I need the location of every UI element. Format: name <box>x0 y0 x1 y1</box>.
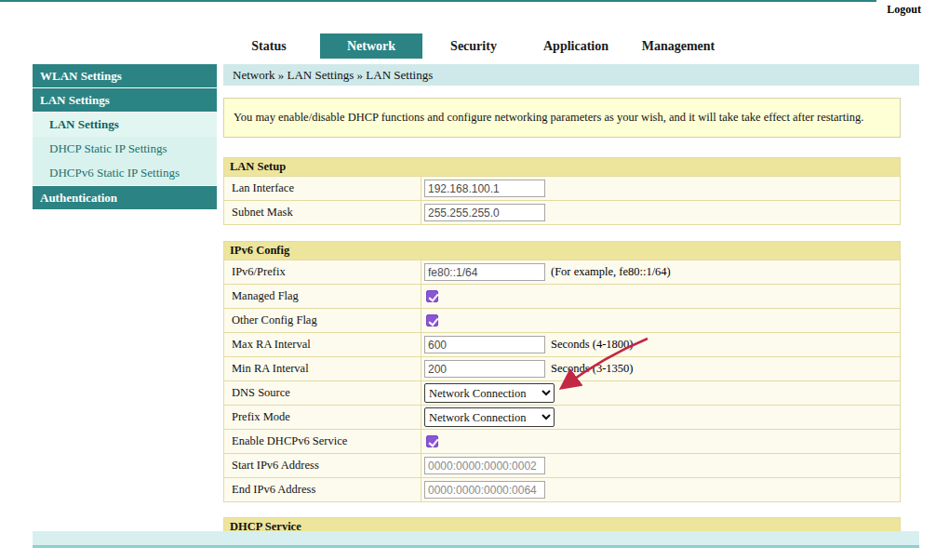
table-row: Managed Flag <box>224 284 900 308</box>
main-nav-tabs: Status Network Security Application Mana… <box>218 33 729 59</box>
subnet-mask-input[interactable] <box>424 204 545 221</box>
tab-management[interactable]: Management <box>627 33 729 59</box>
ipv6-prefix-label: IPv6/Prefix <box>224 260 421 284</box>
lan-interface-label: Lan Interface <box>224 177 421 200</box>
prefix-mode-label: Prefix Mode <box>224 406 421 429</box>
min-ra-interval-note: Seconds (3-1350) <box>551 362 634 376</box>
ipv6-config-section: IPv6 Config IPv6/Prefix (For example, fe… <box>223 241 901 502</box>
lan-setup-section-title: LAN Setup <box>224 158 900 176</box>
enable-dhcpv6-label: Enable DHCPv6 Service <box>224 430 421 453</box>
tab-network[interactable]: Network <box>320 33 422 59</box>
sidebar-item-lan-settings[interactable]: LAN Settings <box>33 113 217 137</box>
table-row: Prefix Mode Network Connection <box>224 405 900 429</box>
main-content: Network » LAN Settings » LAN Settings Yo… <box>223 64 919 536</box>
tab-application[interactable]: Application <box>525 33 627 59</box>
table-row: IPv6/Prefix (For example, fe80::1/64) <box>224 260 900 284</box>
prefix-mode-select[interactable]: Network Connection <box>424 407 555 427</box>
other-config-flag-checkbox[interactable] <box>426 314 438 327</box>
min-ra-interval-label: Min RA Interval <box>224 357 421 380</box>
sidebar: WLAN Settings LAN Settings LAN Settings … <box>33 64 217 210</box>
sidebar-item-dhcp-static-ip-settings[interactable]: DHCP Static IP Settings <box>33 137 217 161</box>
tab-security[interactable]: Security <box>422 33 525 59</box>
start-ipv6-address-input[interactable] <box>424 457 545 474</box>
managed-flag-label: Managed Flag <box>224 285 421 308</box>
dns-source-label: DNS Source <box>224 381 421 405</box>
ipv6-prefix-input[interactable] <box>424 263 545 281</box>
sidebar-item-dhcpv6-static-ip-settings[interactable]: DHCPv6 Static IP Settings <box>33 161 217 185</box>
table-row: Start IPv6 Address <box>224 453 900 477</box>
max-ra-interval-label: Max RA Interval <box>224 333 421 356</box>
max-ra-interval-input[interactable] <box>424 336 545 353</box>
sidebar-item-authentication[interactable]: Authentication <box>33 186 217 209</box>
table-row: DNS Source Network Connection <box>224 380 900 405</box>
lan-setup-section: LAN Setup Lan Interface Subnet Mask <box>223 157 901 225</box>
footer-strip <box>33 531 919 548</box>
breadcrumb: Network » LAN Settings » LAN Settings <box>223 64 919 86</box>
sidebar-item-wlan-settings[interactable]: WLAN Settings <box>33 64 217 87</box>
start-ipv6-address-label: Start IPv6 Address <box>224 454 421 477</box>
logout-link[interactable]: Logout <box>887 3 921 17</box>
table-row: Lan Interface <box>224 176 900 200</box>
top-border-line <box>0 0 876 2</box>
subnet-mask-label: Subnet Mask <box>224 201 421 224</box>
table-row: Subnet Mask <box>224 200 900 224</box>
enable-dhcpv6-checkbox[interactable] <box>426 435 438 447</box>
table-row: Min RA Interval Seconds (3-1350) <box>224 356 900 380</box>
ipv6-config-section-title: IPv6 Config <box>224 242 900 260</box>
table-row: Enable DHCPv6 Service <box>224 429 900 453</box>
table-row: Other Config Flag <box>224 308 900 332</box>
end-ipv6-address-input[interactable] <box>424 481 545 499</box>
notice-box: You may enable/disable DHCP functions an… <box>223 98 901 138</box>
other-config-flag-label: Other Config Flag <box>224 309 421 332</box>
ipv6-prefix-note: (For example, fe80::1/64) <box>551 265 671 279</box>
table-row: Max RA Interval Seconds (4-1800) <box>224 332 900 356</box>
table-row: End IPv6 Address <box>224 477 900 501</box>
managed-flag-checkbox[interactable] <box>426 290 438 302</box>
tab-status[interactable]: Status <box>218 33 320 59</box>
min-ra-interval-input[interactable] <box>424 360 545 378</box>
max-ra-interval-note: Seconds (4-1800) <box>551 338 634 352</box>
dns-source-select[interactable]: Network Connection <box>424 383 555 403</box>
end-ipv6-address-label: End IPv6 Address <box>224 478 421 501</box>
lan-interface-input[interactable] <box>424 180 545 197</box>
sidebar-lan-submenu: LAN Settings DHCP Static IP Settings DHC… <box>33 113 217 185</box>
sidebar-item-lan-settings-group[interactable]: LAN Settings <box>33 88 217 112</box>
